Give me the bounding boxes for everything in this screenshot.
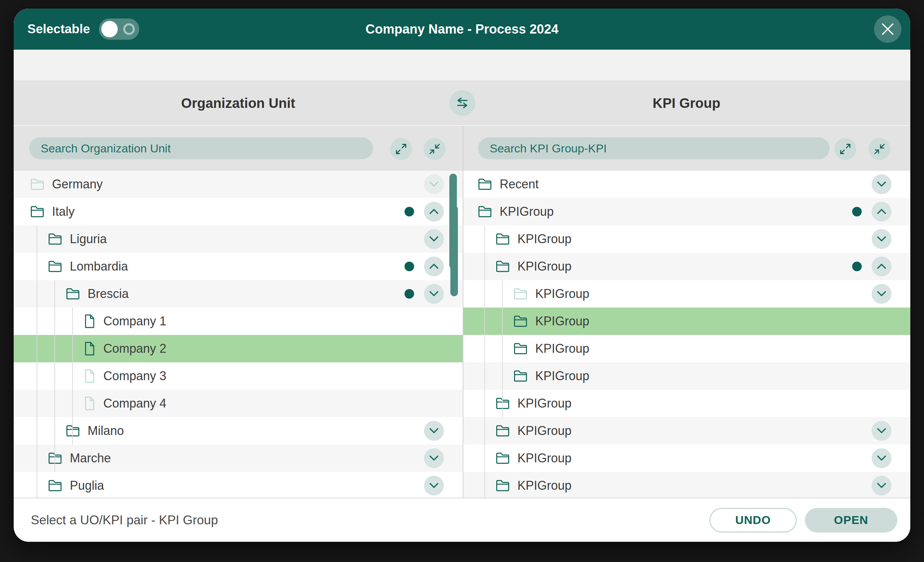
- kpi-group-row-kpigroup[interactable]: KPIGroup: [464, 445, 910, 472]
- collapse-icon: [429, 143, 441, 155]
- kpi-group-row-recent[interactable]: Recent: [464, 171, 910, 198]
- folder-icon: [47, 478, 62, 493]
- expand-node-button[interactable]: [872, 448, 891, 468]
- right-column-header: KPI Group: [463, 81, 910, 125]
- expand-node-button[interactable]: [872, 174, 891, 194]
- selection-hint: Select a UO/KPI pair - KPI Group: [31, 513, 218, 527]
- selectable-toggle[interactable]: [99, 18, 139, 40]
- right-tree-scrollbar[interactable]: [449, 174, 457, 269]
- tree-node-label: Company 1: [104, 314, 166, 328]
- kpi-group-row-kpigroup[interactable]: KPIGroup: [464, 417, 910, 445]
- left-search-input[interactable]: [29, 142, 373, 155]
- tree-guide-line: [484, 225, 485, 497]
- open-button[interactable]: OPEN: [805, 508, 897, 532]
- org-unit-row-company-4[interactable]: Company 4: [14, 390, 463, 417]
- folder-icon: [513, 341, 528, 356]
- expand-node-button[interactable]: [424, 421, 444, 441]
- org-unit-row-company-2[interactable]: Company 2: [14, 335, 463, 362]
- folder-icon: [513, 286, 528, 301]
- tree-node-label: KPIGroup: [518, 424, 572, 438]
- kpi-group-row-kpigroup[interactable]: KPIGroup: [464, 390, 910, 417]
- tree-area: GermanyItalyLiguriaLombardiaBresciaCompa…: [14, 171, 910, 497]
- org-unit-row-brescia[interactable]: Brescia: [14, 280, 463, 308]
- folder-icon: [495, 478, 510, 493]
- tree-node-label: KPIGroup: [535, 341, 589, 356]
- folder-icon: [65, 286, 80, 301]
- file-icon: [83, 314, 96, 329]
- tree-node-label: KPIGroup: [518, 451, 572, 466]
- org-unit-row-liguria[interactable]: Liguria: [14, 225, 463, 253]
- selection-dot: [405, 207, 414, 216]
- left-column-title: Organization Unit: [181, 96, 295, 111]
- chevron-down-icon: [428, 288, 441, 300]
- org-unit-row-company-1[interactable]: Company 1: [14, 308, 463, 335]
- kpi-group-row-kpigroup[interactable]: KPIGroup: [464, 362, 910, 390]
- kpi-group-tree: RecentKPIGroupKPIGroupKPIGroupKPIGroupKP…: [464, 171, 910, 497]
- org-unit-row-puglia[interactable]: Puglia: [14, 472, 463, 497]
- organization-unit-tree: GermanyItalyLiguriaLombardiaBresciaCompa…: [14, 171, 463, 497]
- kpi-group-row-kpigroup[interactable]: KPIGroup: [464, 280, 910, 308]
- kpi-group-row-kpigroup[interactable]: KPIGroup: [464, 335, 910, 362]
- collapse-icon: [873, 143, 886, 155]
- right-expand-all-button[interactable]: [834, 138, 856, 160]
- expand-node-button[interactable]: [424, 174, 444, 194]
- tree-node-label: Company 4: [104, 396, 166, 411]
- file-icon: [83, 396, 96, 411]
- kpi-group-row-kpigroup[interactable]: KPIGroup: [464, 198, 910, 225]
- swap-columns-button[interactable]: [449, 90, 476, 116]
- expand-node-button[interactable]: [424, 448, 444, 468]
- swap-horizontal-icon: [454, 95, 470, 111]
- chevron-down-icon: [428, 479, 441, 492]
- left-collapse-all-button[interactable]: [424, 138, 446, 160]
- expand-node-button[interactable]: [872, 421, 891, 441]
- tree-node-label: KPIGroup: [535, 369, 589, 383]
- folder-icon: [513, 368, 528, 383]
- org-unit-row-company-3[interactable]: Company 3: [14, 362, 463, 390]
- org-unit-row-lombardia[interactable]: Lombardia: [14, 253, 463, 280]
- tree-node-label: KPIGroup: [518, 478, 572, 493]
- org-unit-row-italy[interactable]: Italy: [14, 198, 463, 225]
- chevron-down-icon: [875, 233, 888, 245]
- selection-dot: [405, 261, 414, 271]
- expand-node-button[interactable]: [424, 476, 444, 496]
- kpi-group-row-kpigroup[interactable]: KPIGroup: [464, 472, 910, 497]
- collapse-node-button[interactable]: [424, 257, 444, 276]
- close-button[interactable]: [874, 15, 902, 43]
- right-column-title: KPI Group: [652, 96, 720, 111]
- undo-button[interactable]: UNDO: [710, 508, 797, 532]
- kpi-group-row-kpigroup[interactable]: KPIGroup: [464, 253, 910, 280]
- footer-bar: Select a UO/KPI pair - KPI Group UNDO OP…: [14, 497, 910, 542]
- column-header-row: Organization Unit KPI Group: [14, 81, 910, 126]
- tree-node-label: KPIGroup: [518, 259, 572, 273]
- chevron-down-icon: [428, 178, 441, 191]
- collapse-node-button[interactable]: [424, 202, 444, 222]
- right-collapse-all-button[interactable]: [868, 138, 891, 160]
- tree-node-label: Marche: [70, 451, 111, 466]
- expand-node-button[interactable]: [424, 284, 444, 304]
- expand-node-button[interactable]: [424, 229, 444, 249]
- right-search-input[interactable]: [478, 142, 830, 155]
- folder-icon: [29, 204, 45, 219]
- chevron-down-icon: [428, 425, 441, 437]
- selectable-group: Selectable: [27, 18, 139, 40]
- folder-icon: [495, 231, 510, 246]
- tree-node-label: Recent: [500, 177, 538, 191]
- expand-node-button[interactable]: [872, 284, 891, 304]
- kpi-group-row-kpigroup[interactable]: KPIGroup: [464, 225, 910, 253]
- left-expand-all-button[interactable]: [390, 138, 412, 160]
- tree-node-label: KPIGroup: [535, 287, 589, 301]
- expand-node-button[interactable]: [872, 229, 891, 249]
- file-icon: [83, 341, 96, 356]
- kpi-group-row-kpigroup[interactable]: KPIGroup: [464, 308, 910, 335]
- tree-node-label: Milano: [88, 424, 124, 438]
- org-unit-row-milano[interactable]: Milano: [14, 417, 463, 445]
- collapse-node-button[interactable]: [872, 257, 891, 276]
- expand-node-button[interactable]: [872, 476, 891, 496]
- org-unit-row-marche[interactable]: Marche: [14, 445, 463, 472]
- tree-node-label: KPIGroup: [518, 232, 572, 246]
- chevron-down-icon: [875, 479, 888, 492]
- panel-divider: [463, 126, 464, 497]
- folder-icon: [495, 423, 510, 438]
- collapse-node-button[interactable]: [872, 202, 891, 222]
- org-unit-row-germany[interactable]: Germany: [14, 171, 463, 198]
